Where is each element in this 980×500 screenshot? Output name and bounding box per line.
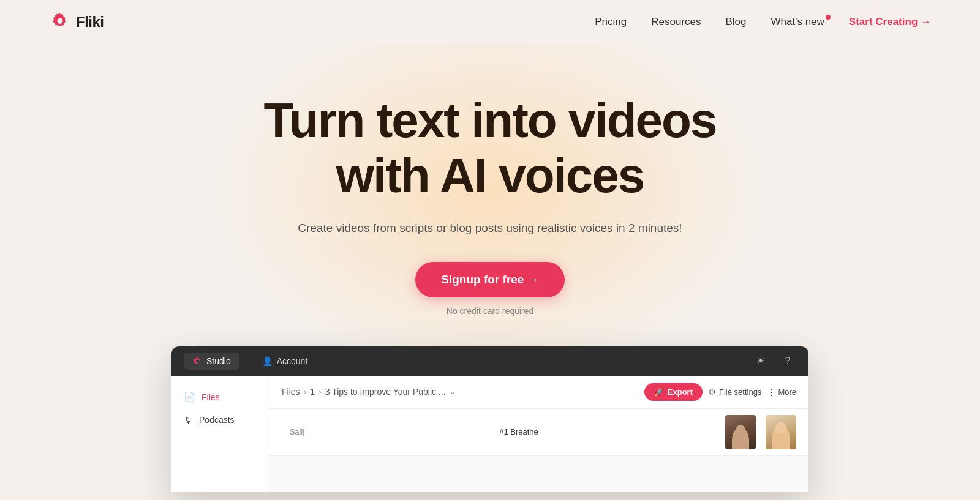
hero-subtitle: Create videos from scripts or blog posts… <box>264 220 717 237</box>
row-thumbnail-2 <box>766 415 796 449</box>
app-toolbar-row: Files › 1 › 3 Tips to Improve Your Publi… <box>270 376 809 409</box>
sidebar-item-files[interactable]: 📄 Files <box>172 386 269 409</box>
account-icon: 👤 <box>263 356 273 366</box>
export-button[interactable]: 🚀 Export <box>644 383 703 401</box>
app-topbar: Studio 👤 Account ☀ ? <box>172 346 809 376</box>
breadcrumb-sep-2: › <box>318 387 322 397</box>
export-icon: 🚀 <box>654 387 664 397</box>
breadcrumb-files: Files <box>282 387 300 397</box>
settings-icon: ⚙ <box>709 387 716 397</box>
studio-tab-label: Studio <box>206 356 231 366</box>
hero-title-line1: Turn text into videos <box>264 93 717 147</box>
help-icon: ? <box>785 356 791 367</box>
export-label: Export <box>668 387 693 397</box>
app-preview: Studio 👤 Account ☀ ? 📄 F <box>172 346 809 492</box>
topbar-right: ☀ ? <box>752 353 796 370</box>
account-tab[interactable]: 👤 Account <box>254 353 317 370</box>
more-icon: ⋮ <box>767 387 775 397</box>
hero-content: Turn text into videos with AI voices Cre… <box>264 93 717 346</box>
row-title-1: #1 Breathe <box>322 427 715 436</box>
file-settings-button[interactable]: ⚙ File settings <box>709 387 761 397</box>
nav-blog[interactable]: Blog <box>725 16 746 28</box>
nav-whats-new-wrapper: What's new <box>771 16 824 28</box>
app-table: Sallj #1 Breathe <box>270 409 809 492</box>
signup-button[interactable]: Signup for free → <box>415 262 564 297</box>
navbar: Fliki Pricing Resources Blog What's new … <box>0 0 980 44</box>
nav-links: Pricing Resources Blog What's new Start … <box>595 16 931 28</box>
files-icon: 📄 <box>184 392 195 403</box>
start-creating-button[interactable]: Start Creating → <box>849 16 931 28</box>
new-indicator-dot <box>826 15 831 20</box>
help-button[interactable]: ? <box>779 353 796 370</box>
toolbar-actions: 🚀 Export ⚙ File settings ⋮ More <box>644 383 796 401</box>
sidebar-files-label: Files <box>202 392 220 402</box>
logo-link[interactable]: Fliki <box>49 11 104 33</box>
nav-pricing[interactable]: Pricing <box>595 16 627 28</box>
no-credit-text: No credit card required <box>264 306 717 316</box>
logo-text: Fliki <box>76 13 104 31</box>
breadcrumb: Files › 1 › 3 Tips to Improve Your Publi… <box>282 387 639 397</box>
breadcrumb-file-name: 3 Tips to Improve Your Public ... <box>325 387 446 397</box>
row-name-1: Sallj <box>282 427 312 436</box>
breadcrumb-caret: ⌄ <box>450 387 456 396</box>
more-button[interactable]: ⋮ More <box>767 387 796 397</box>
app-sidebar: 📄 Files 🎙 Podcasts <box>172 376 270 492</box>
breadcrumb-1: 1 <box>310 387 315 397</box>
table-row[interactable]: Sallj #1 Breathe <box>270 409 809 456</box>
nav-resources[interactable]: Resources <box>651 16 701 28</box>
app-content: 📄 Files 🎙 Podcasts Files › 1 › <box>172 376 809 492</box>
app-main: Files › 1 › 3 Tips to Improve Your Publi… <box>270 376 809 492</box>
nav-whats-new[interactable]: What's new <box>771 16 824 28</box>
hero-section: Turn text into videos with AI voices Cre… <box>0 44 980 500</box>
studio-icon <box>192 356 202 366</box>
breadcrumb-sep-1: › <box>304 387 307 397</box>
sidebar-item-podcasts[interactable]: 🎙 Podcasts <box>172 409 269 431</box>
file-settings-label: File settings <box>719 387 761 397</box>
sidebar-podcasts-label: Podcasts <box>199 415 235 425</box>
account-tab-label: Account <box>277 356 308 366</box>
studio-tab[interactable]: Studio <box>184 353 239 370</box>
podcasts-icon: 🎙 <box>184 415 193 425</box>
logo-icon <box>49 11 71 33</box>
hero-title-line2: with AI voices <box>336 148 644 203</box>
brightness-icon: ☀ <box>756 355 765 367</box>
row-thumbnail-1 <box>725 415 756 449</box>
svg-point-0 <box>58 18 63 24</box>
hero-title: Turn text into videos with AI voices <box>264 93 717 203</box>
brightness-button[interactable]: ☀ <box>752 353 769 370</box>
more-label: More <box>778 387 796 397</box>
